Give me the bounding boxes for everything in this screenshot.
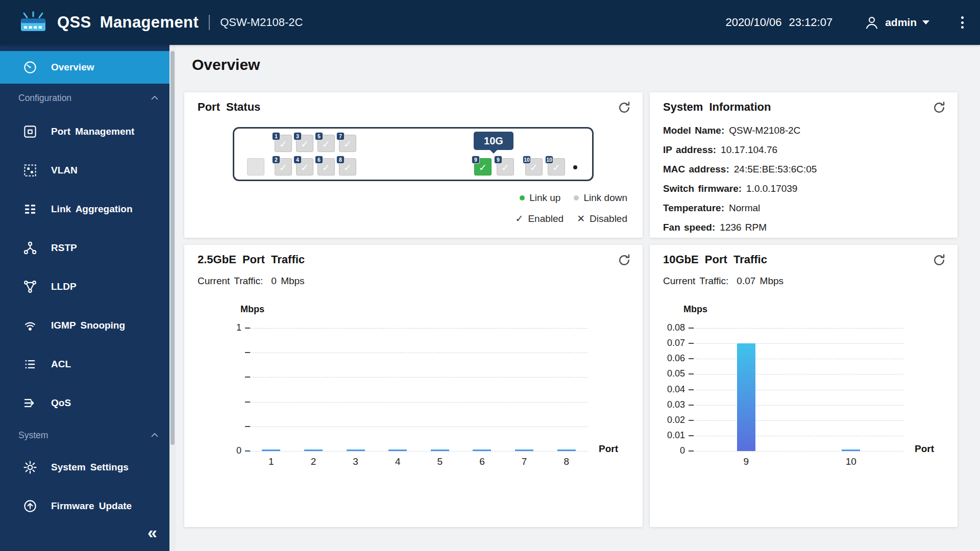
refresh-icon[interactable] — [617, 253, 631, 267]
collapse-sidebar-button[interactable]: « — [148, 523, 157, 541]
info-row-temperature: Temperature:Normal — [663, 198, 817, 218]
y-tick-mark — [245, 377, 250, 378]
sidebar-item-port-management[interactable]: Port Management — [0, 112, 169, 151]
traffic-card-2-5gbe: 2.5GbE Port Traffic Current Traffic:0 Mb… — [184, 245, 643, 527]
y-tick-mark — [245, 328, 250, 329]
traffic-bar — [842, 449, 860, 451]
sidebar-item-vlan[interactable]: VLAN — [0, 151, 169, 190]
gridline — [250, 402, 587, 403]
main-content: Overview Port Status 1✓ 3✓ 5✓ 7✓ 2✓ 4✓ 6… — [176, 45, 980, 551]
x-axis-label: Port — [599, 443, 618, 455]
sidebar-item-system-settings[interactable]: System Settings — [0, 448, 169, 487]
x-tick-label: 8 — [564, 456, 569, 467]
port-number-badge: 8 — [336, 156, 345, 164]
legend-link-up: Link up — [520, 192, 560, 204]
enable-legend: ✓Enabled ✕Disabled — [515, 213, 627, 224]
system-info-list: Model Name:QSW-M2108-2C IP address:10.17… — [663, 121, 817, 237]
port-number-badge: 9 — [494, 156, 502, 164]
port-8: 8✓ — [339, 158, 356, 176]
header-right: 2020/10/06 23:12:07 admin — [725, 13, 967, 32]
sidebar-section-configuration[interactable]: Configuration — [0, 84, 169, 112]
sidebar-item-igmp-snooping[interactable]: IGMP Snooping — [0, 306, 169, 345]
port-4: 4✓ — [296, 158, 313, 176]
port-number-badge: 4 — [293, 156, 302, 164]
legend-link-down: Link down — [574, 192, 627, 204]
x-tick-label: 9 — [743, 456, 749, 467]
refresh-icon[interactable] — [932, 253, 946, 267]
y-tick-mark — [689, 328, 694, 329]
refresh-icon[interactable] — [617, 101, 631, 115]
port-3: 3✓ — [296, 135, 313, 152]
tooltip-10g: 10G — [474, 132, 513, 150]
tooltip-arrow — [490, 150, 497, 154]
y-axis-title: Mbps — [240, 304, 264, 315]
check-icon: ✓ — [501, 163, 509, 172]
plot-area-10gbe: 0.080.070.060.050.040.030.020.010910Port — [694, 328, 903, 451]
traffic-bar — [515, 449, 533, 451]
y-tick-label: 0.01 — [667, 430, 685, 441]
port-number-badge: 10 — [545, 156, 553, 164]
gridline — [694, 343, 903, 344]
sidebar-item-link-aggregation[interactable]: Link Aggregation — [0, 190, 169, 229]
y-tick-mark — [689, 373, 694, 374]
y-tick-mark — [689, 420, 694, 421]
port-number-badge: 6 — [315, 156, 323, 164]
y-tick-mark — [689, 389, 694, 390]
sidebar-item-label: Link Aggregation — [51, 204, 133, 215]
y-tick-mark — [245, 402, 250, 403]
x-tick-label: 7 — [522, 456, 527, 467]
port-7: 7✓ — [339, 135, 356, 152]
gridline — [250, 353, 587, 353]
check-icon: ✓ — [301, 163, 309, 172]
sidebar-item-qos[interactable]: QoS — [0, 384, 169, 422]
user-menu-button[interactable]: admin — [864, 15, 929, 30]
port-10: 10✓ — [525, 158, 543, 176]
vlan-icon — [22, 163, 38, 178]
port-9-sfp: 9✓ — [497, 158, 514, 176]
sidebar-item-overview[interactable]: Overview — [0, 51, 169, 84]
gridline — [694, 451, 903, 452]
legend-enabled: ✓Enabled — [515, 213, 564, 224]
y-tick-mark — [689, 435, 694, 436]
check-icon: ✓ — [344, 139, 352, 149]
sidebar-item-firmware-update[interactable]: Firmware Update — [0, 487, 169, 513]
overview-icon — [22, 60, 38, 75]
port-blank — [247, 158, 264, 176]
traffic-bar — [304, 449, 323, 451]
link-aggregation-icon — [22, 202, 38, 217]
traffic-bar — [347, 449, 365, 451]
traffic-bar — [473, 449, 491, 451]
y-tick-mark — [689, 343, 694, 344]
y-tick-label: 1 — [236, 322, 241, 333]
traffic-card-10gbe: 10GbE Port Traffic Current Traffic:0.07 … — [650, 245, 958, 527]
port-2: 2✓ — [275, 158, 292, 176]
y-tick-label: 0.07 — [667, 338, 685, 348]
info-row-firmware: Switch firmware:1.0.0.17039 — [663, 179, 817, 198]
sidebar-scrollbar-track[interactable] — [169, 45, 176, 551]
panel-led-dot — [573, 165, 577, 169]
lldp-icon — [22, 279, 38, 294]
green-dot-icon — [520, 195, 525, 201]
sidebar-item-label: IGMP Snooping — [51, 320, 125, 331]
device-model: QSW-M2108-2C — [220, 16, 303, 29]
sidebar-section-system[interactable]: System — [0, 422, 169, 448]
y-tick-mark — [689, 358, 694, 359]
chevron-up-icon — [149, 92, 160, 104]
x-tick-label: 10 — [846, 456, 856, 467]
traffic-bar — [557, 449, 576, 451]
sidebar: Overview Configuration Port Management — [0, 45, 169, 551]
more-options-button[interactable] — [958, 13, 967, 32]
gridline — [694, 405, 903, 406]
check-icon: ✓ — [322, 163, 330, 172]
check-icon: ✓ — [322, 139, 330, 149]
sidebar-item-rstp[interactable]: RSTP — [0, 229, 169, 267]
y-tick-mark — [689, 450, 694, 452]
sidebar-scrollbar-thumb[interactable] — [170, 51, 175, 445]
check-icon: ✓ — [279, 139, 287, 149]
dot — [961, 26, 964, 29]
current-traffic: Current Traffic:0.07 Mbps — [663, 276, 783, 287]
gridline — [694, 359, 903, 359]
sidebar-item-acl[interactable]: ACL — [0, 345, 169, 384]
sidebar-item-lldp[interactable]: LLDP — [0, 267, 169, 306]
refresh-icon[interactable] — [932, 101, 946, 115]
